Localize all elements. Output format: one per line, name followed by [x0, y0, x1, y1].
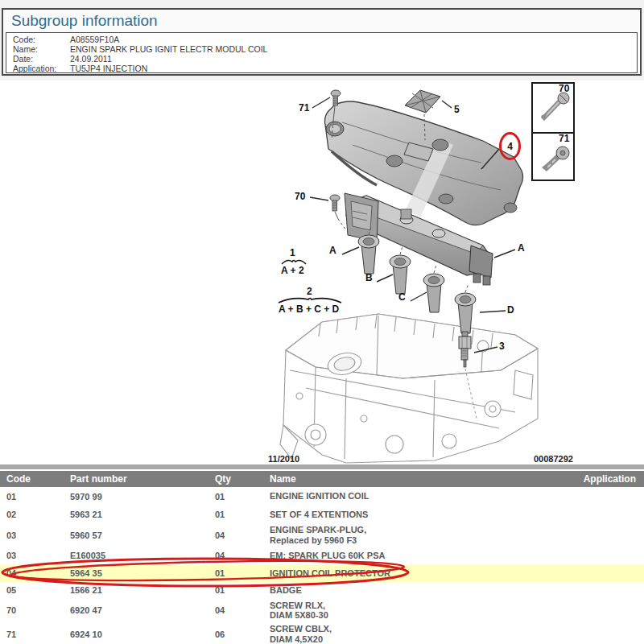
engine-block-sketch: [280, 314, 538, 463]
cell-code: 70: [0, 605, 70, 615]
code-label: Code:: [13, 35, 70, 44]
cell-name: SET OF 4 EXTENTIONS: [270, 510, 580, 520]
cell-code: 02: [0, 510, 70, 519]
cell-part-number[interactable]: 1566 21: [70, 585, 215, 595]
screw-70-part: [330, 195, 346, 230]
header-application: Application: [580, 473, 644, 485]
callout-70[interactable]: 70: [295, 192, 305, 202]
legend-71-label[interactable]: 71: [559, 134, 569, 144]
info-row-application: Application: TU5JP4 INJECTION: [13, 64, 637, 73]
cell-qty: 04: [215, 605, 270, 615]
cell-code: 05: [0, 585, 70, 595]
table-row[interactable]: 03 5960 57 04 ENGINE SPARK-PLUG,Replaced…: [0, 523, 644, 547]
callout-coil-b[interactable]: B: [365, 273, 373, 283]
coil-b: [390, 246, 411, 294]
cell-part-number[interactable]: 5970 99: [70, 492, 215, 502]
callout-coil-a[interactable]: A: [329, 246, 336, 256]
callout-3[interactable]: 3: [499, 341, 505, 352]
cell-qty: 04: [215, 530, 270, 540]
table-row[interactable]: 70 6920 47 04 SCREW RLX,DIAM 5X80-30: [0, 598, 644, 622]
cell-qty: 01: [215, 568, 270, 578]
name-label: Name:: [13, 44, 70, 54]
table-row[interactable]: 02 5963 21 01 SET OF 4 EXTENTIONS: [0, 506, 644, 523]
cell-part-number[interactable]: 5964 35: [70, 568, 215, 578]
legend-70-label[interactable]: 70: [559, 84, 569, 94]
application-label: Application:: [13, 64, 70, 73]
callout-rail-a[interactable]: A: [518, 243, 525, 254]
cell-name: SCREW RLX,DIAM 5X80-30: [270, 601, 580, 621]
callout-4: 4: [507, 141, 513, 152]
formula-1-number: 1: [290, 248, 295, 258]
cell-qty: 06: [215, 630, 270, 639]
table-row[interactable]: 03 E160035 04 EM: SPARK PLUG 60K PSA: [0, 547, 644, 564]
cell-part-number[interactable]: 6920 47: [70, 605, 215, 615]
cell-name: ENGINE SPARK-PLUG,Replaced by 5960 F3: [270, 525, 580, 545]
date-label: Date:: [13, 54, 70, 64]
formula-2-expression: A + B + C + D: [279, 304, 339, 315]
legend-boxes: [532, 83, 574, 180]
cell-part-number[interactable]: E160035: [70, 551, 215, 560]
cell-name: IGNITION COIL PROTECTOR: [270, 568, 580, 579]
exploded-view-diagram: 70 71 71 5 70 4 A B C D A 3 1 A + 2 2 A …: [0, 80, 644, 464]
callout-71[interactable]: 71: [299, 103, 309, 114]
application-value: TU5JP4 INJECTION: [70, 64, 147, 73]
header-code: Code: [0, 473, 70, 485]
diagram-drawing: [0, 80, 644, 464]
info-row-date: Date: 24.09.2011: [13, 54, 637, 64]
parts-table: Code Part number Qty Name Application 01…: [0, 469, 644, 644]
header-part-number: Part number: [70, 473, 215, 485]
cell-code: 03: [0, 551, 70, 560]
diagram-number: 00087292: [534, 454, 573, 464]
cell-qty: 01: [215, 492, 270, 502]
callout-coil-c[interactable]: C: [398, 292, 406, 303]
cell-name: EM: SPARK PLUG 60K PSA: [270, 551, 580, 561]
cell-code: 01: [0, 492, 70, 502]
cell-part-number[interactable]: 6924 10: [70, 630, 215, 639]
code-value: A08559F10A: [70, 35, 119, 44]
table-body: 01 5970 99 01 ENGINE IGNITION COIL 02 59…: [0, 487, 644, 644]
table-row[interactable]: 71 6924 10 06 SCREW CBLX,DIAM 4,5X20: [0, 622, 644, 644]
cell-name: BADGE: [270, 585, 580, 596]
callout-coil-d[interactable]: D: [507, 305, 514, 316]
cell-qty: 04: [215, 551, 270, 560]
name-value: ENGIN SPARK PLUG IGNIT ELECTR MODUL COIL: [70, 44, 267, 54]
info-row-code: Code: A08559F10A: [13, 35, 637, 44]
page-title: Subgroup information: [11, 12, 158, 30]
info-row-name: Name: ENGIN SPARK PLUG IGNIT ELECTR MODU…: [13, 44, 637, 54]
table-row-highlighted[interactable]: 04 5964 35 01 IGNITION COIL PROTECTOR: [0, 564, 644, 582]
header-name: Name: [270, 474, 580, 485]
formula-2-number: 2: [307, 287, 312, 297]
cell-part-number[interactable]: 5960 57: [70, 530, 215, 540]
table-header-row: Code Part number Qty Name Application: [0, 471, 644, 487]
diagram-date: 11/2010: [268, 454, 299, 464]
cell-name: SCREW CBLX,DIAM 4,5X20: [270, 624, 580, 644]
cell-qty: 01: [215, 510, 270, 519]
coil-c: [423, 265, 444, 312]
subgroup-info-box: Code: A08559F10A Name: ENGIN SPARK PLUG …: [6, 32, 638, 73]
callout-5[interactable]: 5: [454, 105, 460, 115]
cell-code: 71: [0, 630, 70, 639]
table-row[interactable]: 01 5970 99 01 ENGINE IGNITION COIL: [0, 487, 644, 506]
header-qty: Qty: [215, 473, 270, 485]
cell-name: ENGINE IGNITION COIL: [270, 491, 580, 502]
cell-part-number[interactable]: 5963 21: [70, 510, 215, 519]
selected-part-circle[interactable]: 4: [499, 132, 521, 160]
table-row[interactable]: 05 1566 21 01 BADGE: [0, 582, 644, 598]
cell-qty: 01: [215, 585, 270, 595]
cell-code: 03: [0, 530, 70, 540]
formula-1-expression: A + 2: [281, 266, 304, 276]
date-value: 24.09.2011: [70, 54, 112, 64]
subgroup-panel: Subgroup information Code: A08559F10A Na…: [2, 8, 642, 76]
cell-code: 04: [0, 568, 70, 578]
